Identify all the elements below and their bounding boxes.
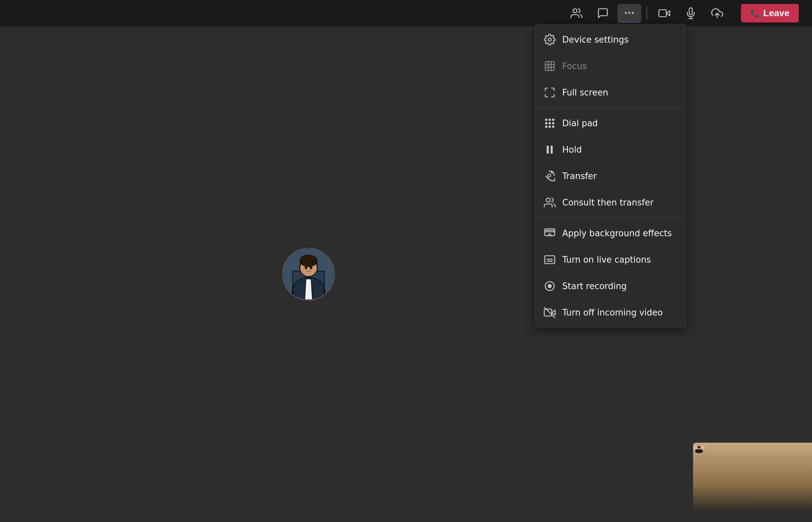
svg-point-26 [549,123,551,124]
svg-rect-37 [545,256,555,264]
self-view [693,443,812,512]
mic-icon [685,7,697,19]
focus-icon [544,60,556,72]
menu-item-consult-transfer[interactable]: Consult then transfer [534,189,687,216]
svg-marker-4 [666,11,670,16]
self-view-image [693,443,705,455]
menu-label-transfer: Transfer [562,171,597,181]
svg-point-24 [552,119,554,121]
self-view-video [693,443,812,512]
menu-item-device-settings[interactable]: Device settings [534,26,687,53]
main-content [0,26,812,522]
svg-point-27 [552,123,554,124]
svg-point-22 [545,119,547,121]
menu-item-focus: Focus [534,53,687,79]
svg-point-30 [552,126,554,127]
svg-rect-32 [551,146,553,154]
menu-item-hold[interactable]: Hold [534,137,687,163]
transfer-icon [544,170,556,182]
menu-label-hold: Hold [562,145,582,155]
toolbar-icons [565,4,729,22]
menu-item-background[interactable]: Apply background effects [534,220,687,246]
svg-point-0 [573,9,577,13]
recording-icon [544,280,556,292]
menu-label-background: Apply background effects [562,228,672,238]
more-button[interactable] [617,4,641,22]
avatar [282,248,335,301]
svg-point-23 [549,119,551,121]
menu-item-fullscreen[interactable]: Full screen [534,79,687,106]
svg-point-18 [305,267,307,269]
menu-item-captions[interactable]: Turn on live captions [534,246,687,273]
svg-point-49 [698,448,699,448]
svg-point-25 [545,123,547,124]
menu-label-fullscreen: Full screen [562,87,608,98]
menu-divider-2 [534,218,687,218]
svg-point-50 [699,448,700,448]
no-video-icon [544,307,556,319]
svg-rect-31 [547,146,549,154]
share-button[interactable] [705,4,729,22]
video-icon [658,7,670,19]
svg-point-34 [546,198,550,202]
menu-item-recording[interactable]: Start recording [534,273,687,299]
fullscreen-icon [544,86,556,98]
svg-point-1 [629,13,630,14]
dropdown-menu: Device settings Focus Full screen [534,24,687,328]
menu-label-no-video: Turn off incoming video [562,307,663,318]
gear-icon [544,34,556,46]
chat-icon [597,7,609,19]
background-icon [544,227,556,239]
svg-point-17 [300,255,317,267]
top-bar: 📞 Leave [0,0,812,26]
avatar-image [283,248,334,301]
people-button[interactable] [565,4,588,22]
svg-point-39 [548,284,552,288]
svg-point-20 [548,38,551,41]
svg-point-28 [545,126,547,127]
menu-label-recording: Start recording [562,281,627,291]
svg-point-33 [548,174,551,177]
more-icon [623,7,635,19]
menu-item-dialpad[interactable]: Dial pad [534,110,687,137]
leave-label: Leave [764,8,790,19]
consult-transfer-icon [544,197,556,208]
svg-point-3 [625,13,626,14]
menu-label-captions: Turn on live captions [562,255,651,265]
phone-icon: 📞 [750,8,760,18]
svg-point-48 [698,446,701,448]
avatar-container [282,248,335,301]
share-icon [711,7,723,19]
svg-marker-15 [305,279,312,300]
menu-label-dialpad: Dial pad [562,118,598,128]
video-button[interactable] [652,4,676,22]
svg-point-2 [632,13,633,14]
svg-point-29 [549,126,551,127]
menu-label-device-settings: Device settings [562,35,629,45]
people-icon [570,7,583,19]
svg-rect-21 [545,62,554,71]
svg-point-19 [310,267,312,269]
hold-icon [544,144,556,156]
menu-label-focus: Focus [562,61,587,71]
svg-rect-5 [659,10,666,17]
svg-point-51 [696,450,702,452]
leave-button[interactable]: 📞 Leave [741,4,799,22]
svg-point-36 [547,230,548,231]
captions-icon [544,254,556,266]
dialpad-icon [544,117,556,129]
svg-marker-40 [552,310,555,315]
menu-item-transfer[interactable]: Transfer [534,163,687,189]
mic-button[interactable] [679,4,703,22]
chat-button[interactable] [591,4,615,22]
menu-label-consult-transfer: Consult then transfer [562,198,653,207]
toolbar-divider [647,6,647,20]
menu-item-no-video[interactable]: Turn off incoming video [534,299,687,326]
menu-divider-1 [534,108,687,108]
